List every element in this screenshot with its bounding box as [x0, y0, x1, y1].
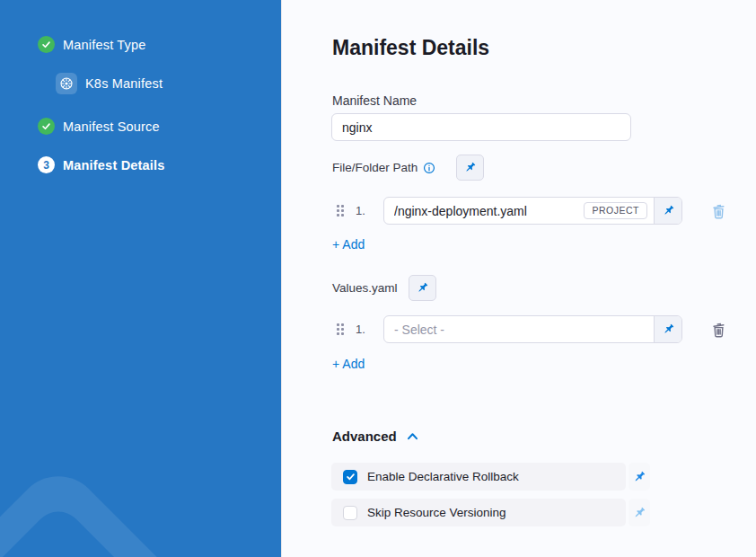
delete-row-icon[interactable]	[709, 320, 727, 339]
scope-badge: PROJECT	[584, 202, 647, 219]
file-path-input-group: PROJECT	[383, 197, 682, 225]
file-folder-path-row: 1. PROJECT	[337, 197, 727, 225]
option-row-skip-resource-versioning: Skip Resource Versioning	[331, 499, 650, 526]
drag-handle-dots-icon[interactable]	[337, 205, 344, 217]
skip-resource-versioning-checkbox[interactable]	[343, 506, 357, 520]
option-label: Enable Declarative Rollback	[367, 470, 519, 483]
step-label: Manifest Source	[63, 119, 160, 134]
manifest-name-label: Manifest Name	[332, 93, 417, 108]
manifest-wizard: Manifest Type K8s Manifest Manifest Sour…	[0, 0, 756, 557]
values-yaml-label: Values.yaml	[332, 281, 398, 295]
wizard-steps-sidebar: Manifest Type K8s Manifest Manifest Sour…	[0, 0, 281, 557]
advanced-section-toggle[interactable]: Advanced	[332, 429, 418, 444]
sidebar-step-manifest-details[interactable]: 3 Manifest Details	[38, 156, 165, 173]
option-row-declarative-rollback: Enable Declarative Rollback	[331, 463, 650, 491]
option-label: Skip Resource Versioning	[367, 506, 506, 519]
values-yaml-label-row: Values.yaml	[332, 275, 436, 301]
pin-fixed-value-button[interactable]	[456, 155, 484, 181]
sidebar-substep-k8s-manifest[interactable]: K8s Manifest	[56, 73, 163, 94]
row-index: 1.	[356, 323, 370, 336]
add-file-path-link[interactable]: + Add	[332, 237, 365, 252]
manifest-name-input[interactable]	[331, 113, 631, 141]
sidebar-step-manifest-source[interactable]: Manifest Source	[38, 118, 160, 135]
file-folder-path-label: File/Folder Path	[332, 161, 418, 174]
step-complete-icon	[38, 118, 55, 135]
values-yaml-row: 1.	[337, 315, 727, 343]
pin-fixed-value-button[interactable]	[654, 198, 681, 224]
pin-fixed-value-button[interactable]	[629, 499, 650, 526]
declarative-rollback-checkbox[interactable]	[343, 470, 357, 484]
step-label: Manifest Details	[63, 158, 165, 172]
values-select-group	[383, 315, 682, 343]
pin-fixed-value-button[interactable]	[654, 316, 681, 342]
manifest-details-panel: Manifest Details Manifest Name File/Fold…	[281, 0, 756, 557]
pin-fixed-value-button[interactable]	[629, 463, 650, 491]
advanced-label: Advanced	[332, 429, 397, 444]
sidebar-step-manifest-type[interactable]: Manifest Type	[38, 36, 146, 53]
option-main[interactable]: Enable Declarative Rollback	[331, 463, 626, 491]
kubernetes-icon	[56, 73, 77, 94]
step-number-badge: 3	[38, 156, 55, 173]
info-icon[interactable]	[423, 162, 435, 174]
chevron-up-icon	[407, 432, 418, 440]
page-title: Manifest Details	[332, 36, 489, 60]
values-select-input[interactable]	[384, 316, 654, 342]
file-folder-path-label-row: File/Folder Path	[332, 155, 484, 181]
row-index: 1.	[356, 204, 370, 217]
add-values-file-link[interactable]: + Add	[332, 357, 365, 371]
file-path-input[interactable]	[384, 198, 584, 224]
option-main[interactable]: Skip Resource Versioning	[331, 499, 626, 526]
substep-label: K8s Manifest	[85, 76, 163, 91]
step-complete-icon	[38, 36, 55, 53]
step-label: Manifest Type	[63, 38, 146, 52]
pin-fixed-value-button[interactable]	[409, 275, 436, 301]
drag-handle-dots-icon[interactable]	[337, 323, 344, 335]
delete-row-icon[interactable]	[709, 201, 727, 220]
